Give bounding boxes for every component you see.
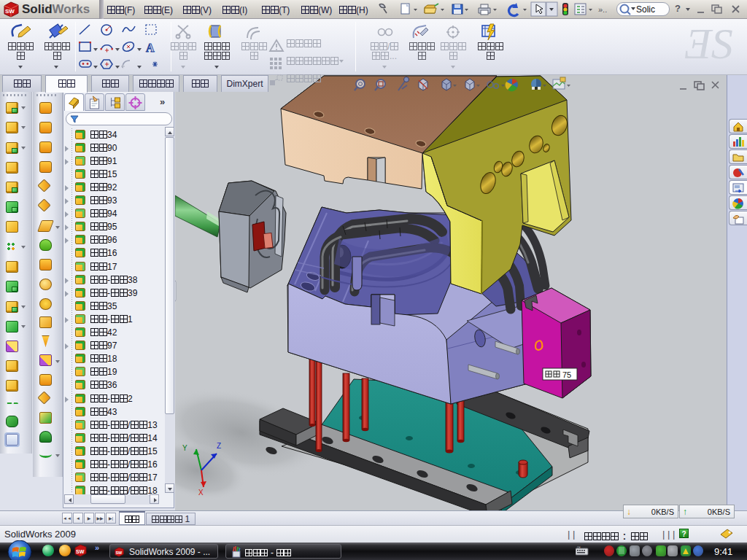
svg-text:Z: Z bbox=[217, 442, 221, 450]
svg-text:X: X bbox=[198, 489, 204, 497]
svg-text:SW: SW bbox=[5, 8, 15, 15]
svg-text:CH: CH bbox=[577, 546, 580, 549]
svg-text:A: A bbox=[146, 42, 155, 54]
svg-text:»..: ».. bbox=[598, 5, 607, 14]
svg-text:SW: SW bbox=[115, 551, 123, 555]
svg-text:Y: Y bbox=[182, 444, 187, 452]
svg-text:SW: SW bbox=[76, 549, 85, 554]
svg-text:75: 75 bbox=[562, 370, 571, 379]
